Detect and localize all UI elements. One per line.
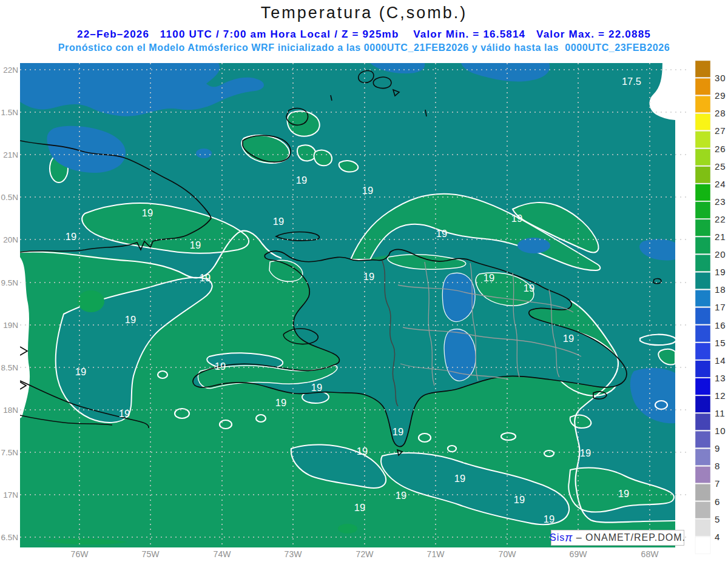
colorbar-tick-label: 8 bbox=[715, 461, 720, 471]
colorbar-segment bbox=[695, 184, 710, 201]
colorbar-tick-label: 18 bbox=[715, 284, 726, 295]
colorbar-segment bbox=[695, 343, 710, 360]
colorbar-tick-label: 21 bbox=[715, 232, 726, 242]
contour-value-label: 19 bbox=[362, 185, 373, 196]
colorbar-segment bbox=[695, 167, 710, 184]
contour-value-label: 19 bbox=[75, 366, 86, 377]
colorbar-tick-label: 30 bbox=[715, 73, 726, 83]
colorbar-segment bbox=[695, 237, 710, 254]
colorbar-segment bbox=[695, 202, 710, 219]
contour-value-label: 19 bbox=[273, 216, 284, 227]
x-axis-label: 76W bbox=[71, 549, 89, 559]
y-axis-label: 7.5N bbox=[1, 448, 18, 457]
y-axis-label: 0.5N bbox=[1, 193, 18, 202]
branding-pi-icon: π bbox=[565, 532, 573, 544]
x-axis-label: 72W bbox=[356, 549, 374, 559]
colorbar-segment bbox=[695, 96, 710, 113]
contour-value-label: 19 bbox=[142, 207, 153, 218]
colorbar-tick-label: 13 bbox=[715, 373, 726, 383]
colorbar-segment bbox=[695, 272, 710, 289]
colorbar-segment bbox=[695, 378, 710, 395]
colorbar-segment bbox=[695, 78, 710, 95]
colorbar-segment bbox=[695, 537, 710, 554]
y-axis-label: 20N bbox=[3, 235, 18, 244]
colorbar-segment bbox=[695, 396, 710, 413]
contour-value-label: 19 bbox=[311, 382, 322, 393]
colorbar-tick-label: 19 bbox=[715, 267, 726, 277]
colorbar-tick-label: 29 bbox=[715, 90, 726, 101]
x-axis-label: 70W bbox=[499, 549, 517, 559]
colorbar-tick-label: 6 bbox=[715, 497, 720, 507]
contour-value-label: 19 bbox=[454, 473, 465, 484]
colorbar-tick-label: 20 bbox=[715, 249, 726, 259]
x-axis-label: 71W bbox=[427, 549, 445, 559]
contour-value-label: 17.5 bbox=[622, 76, 641, 87]
contour-value-label: 19 bbox=[524, 283, 534, 293]
colorbar-tick-label: 14 bbox=[715, 355, 726, 366]
colorbar-tick-label: 16 bbox=[715, 320, 726, 330]
y-axis-label: 18N bbox=[3, 406, 18, 415]
colorbar-segment bbox=[695, 219, 710, 236]
x-axis-label: 75W bbox=[142, 549, 160, 559]
colorbar-tick-label: 10 bbox=[715, 426, 726, 436]
contour-value-label: 19 bbox=[436, 228, 447, 239]
colorbar-tick-label: 5 bbox=[715, 514, 720, 524]
contour-value-label: 19 bbox=[66, 231, 76, 242]
contour-value-label: 19 bbox=[563, 333, 574, 344]
colorbar-legend: 3029282726252423222120191817161514131211… bbox=[695, 61, 726, 554]
x-axis-label: 68W bbox=[641, 549, 659, 559]
y-axis-label: 8.5N bbox=[1, 363, 18, 372]
colorbar-segment bbox=[695, 149, 710, 166]
colorbar-tick-label: 26 bbox=[715, 144, 726, 154]
y-axis-label: 22N bbox=[3, 65, 18, 75]
branding-box: Sisπ – ONAMET/REP.DOM. bbox=[551, 530, 684, 546]
contour-value-label: 19 bbox=[275, 397, 286, 408]
contour-value-label: 19 bbox=[363, 271, 374, 282]
y-axis-label: 17N bbox=[3, 490, 18, 500]
colorbar-segment bbox=[695, 520, 710, 537]
y-axis-label: 9.5N bbox=[1, 278, 18, 287]
contour-value-label: 19 bbox=[511, 213, 522, 224]
page-title: Temperatura (C,somb.) bbox=[0, 4, 728, 22]
valid-time-line: 22–Feb–2026 1100 UTC / 7:00 am Hora Loca… bbox=[0, 28, 728, 41]
contour-value-label: 19 bbox=[215, 361, 226, 372]
colorbar-segment bbox=[695, 431, 710, 448]
colorbar-tick-label: 28 bbox=[715, 108, 726, 118]
contour-value-label: 19 bbox=[393, 426, 403, 437]
colorbar-segment bbox=[695, 255, 710, 272]
colorbar-segment bbox=[695, 466, 710, 483]
contour-value-label: 19 bbox=[190, 239, 201, 250]
contour-value-label: 19 bbox=[354, 502, 365, 513]
colorbar-segment bbox=[695, 484, 710, 501]
contour-value-label: 19 bbox=[396, 490, 406, 501]
contour-value-label: 19 bbox=[618, 488, 629, 499]
colorbar-tick-label: 7 bbox=[715, 478, 720, 489]
y-axis-label: 1.5N bbox=[1, 108, 18, 117]
colorbar-segment bbox=[695, 113, 710, 130]
colorbar-segment bbox=[695, 307, 710, 324]
contour-value-label: 19 bbox=[296, 175, 307, 186]
colorbar-tick-label: 11 bbox=[715, 408, 726, 418]
contour-value-label: 19 bbox=[514, 494, 525, 505]
colorbar-segment bbox=[695, 61, 710, 78]
colorbar-segment bbox=[695, 326, 710, 343]
colorbar-segment bbox=[695, 502, 710, 519]
y-axis-label: 21N bbox=[3, 150, 18, 159]
colorbar-tick-label: 22 bbox=[715, 214, 726, 224]
colorbar-tick-label: 25 bbox=[715, 161, 726, 172]
contour-value-label: 19 bbox=[580, 447, 591, 458]
x-axis-label: 74W bbox=[214, 549, 232, 559]
colorbar-segment bbox=[695, 131, 710, 148]
colorbar-tick-label: 27 bbox=[715, 125, 726, 136]
contour-value-label: 19 bbox=[119, 408, 130, 419]
y-axis-label: 19N bbox=[3, 321, 18, 330]
branding-sis: Sis bbox=[550, 532, 565, 543]
x-axis-label: 69W bbox=[570, 549, 588, 559]
contour-value-label: 19 bbox=[357, 446, 368, 457]
branding-onamet: – ONAMET/REP.DOM. bbox=[573, 532, 686, 543]
contour-value-label: 19 bbox=[484, 272, 494, 283]
map-canvas: 1919191919191919191919191919191919191919… bbox=[0, 0, 728, 562]
colorbar-tick-label: 9 bbox=[715, 443, 720, 453]
colorbar-tick-label: 24 bbox=[715, 179, 726, 189]
colorbar-segment bbox=[695, 413, 710, 430]
